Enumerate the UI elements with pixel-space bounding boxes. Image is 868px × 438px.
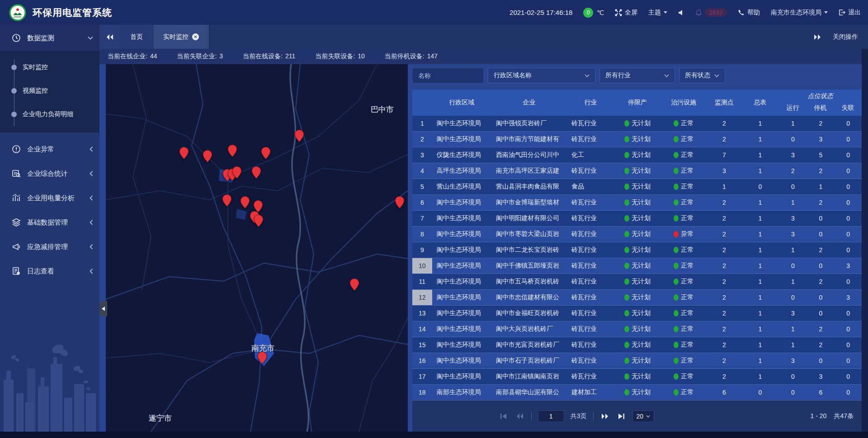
table-row[interactable]: 14 阆中生态环境局 阆中大兴页岩机砖厂 砖瓦行业 无计划 正常 2 1 1 2… [412, 321, 862, 337]
limit-dot [624, 231, 629, 237]
map-pin[interactable] [222, 194, 231, 207]
name-filter-input[interactable] [412, 68, 484, 83]
row-meters: 1 [741, 116, 779, 131]
table-row[interactable]: 10 阆中生态环境局 阆中千佛镇五郎垭页岩 砖瓦行业 无计划 正常 2 1 0 … [412, 258, 862, 274]
sidebar-subitem[interactable]: 实时监控 [0, 56, 99, 79]
facility-dot [674, 120, 679, 127]
table-row[interactable]: 18 南部生态环境局 南部县砌华山泥有限公 建材加工 无计划 正常 6 0 0 … [412, 385, 862, 400]
row-lost: 0 [835, 321, 862, 337]
table-row[interactable]: 1 阆中生态环境局 阆中强锐页岩砖厂 砖瓦行业 无计划 正常 2 1 1 2 0 [412, 116, 862, 132]
map-pin-icon [261, 146, 271, 160]
table-row[interactable]: 15 阆中生态环境局 阆中市光富页岩机砖厂 砖瓦行业 无计划 正常 2 1 1 … [412, 337, 862, 353]
page-number-input[interactable] [538, 410, 564, 422]
right-edge-strip [862, 49, 868, 432]
fullscreen-button[interactable]: 全屏 [615, 9, 637, 17]
row-points: 2 [707, 306, 741, 321]
table-row[interactable]: 11 阆中生态环境局 阆中市五马桥页岩机砖 砖瓦行业 无计划 正常 2 1 1 … [412, 274, 862, 290]
map-pin[interactable] [261, 146, 271, 160]
table-row[interactable]: 12 阆中生态环境局 阆中市忠信建材有限公 砖瓦行业 无计划 正常 2 1 0 … [412, 290, 862, 306]
row-industry: 砖瓦行业 [567, 290, 614, 305]
stat-item: 当前失联设备: 10 [315, 52, 364, 61]
map-pin[interactable] [240, 196, 250, 209]
row-index: 10 [412, 258, 432, 273]
map-pin[interactable] [232, 166, 241, 179]
row-points: 2 [707, 290, 741, 305]
tab-home[interactable]: 首页 [120, 25, 153, 49]
prev-page-button[interactable] [515, 411, 525, 421]
row-meters: 1 [741, 163, 779, 179]
row-meters: 1 [741, 369, 779, 384]
table-row[interactable]: 17 阆中生态环境局 阆中市江南镇阆南页岩 砖瓦行业 无计划 正常 2 1 0 … [412, 369, 862, 385]
close-icon[interactable]: ✕ [192, 33, 199, 40]
main-content: 巴中市 南充市 遂宁市 [99, 64, 868, 432]
sidebar-item-log-view[interactable]: 日志查看 [0, 259, 99, 283]
map-pin[interactable] [295, 129, 304, 142]
stat-value: 3 [219, 52, 223, 61]
row-region: 阆中生态环境局 [432, 337, 491, 353]
row-index: 4 [412, 163, 432, 179]
row-stop: 5 [807, 147, 835, 163]
col-header-limit: 停限产 [614, 89, 660, 116]
col-header-index [412, 89, 432, 116]
sidebar-subitem[interactable]: 视频监控 [0, 79, 99, 103]
region-filter-select[interactable]: 行政区域名称 [488, 68, 595, 83]
map-pin[interactable] [254, 214, 264, 227]
chevron-left-icon [90, 171, 93, 176]
row-industry: 砖瓦行业 [567, 353, 614, 368]
map-pin[interactable] [203, 150, 212, 163]
sidebar-item-data-monitoring[interactable]: 数据监测 [0, 25, 99, 51]
table-row[interactable]: 13 阆中生态环境局 阆中市金福旺页岩机砖 砖瓦行业 无计划 正常 2 1 3 … [412, 306, 862, 321]
row-stop: 0 [807, 226, 835, 242]
table-row[interactable]: 5 营山生态环境局 营山县润丰肉食品有限 食品 无计划 正常 1 0 0 1 0 [412, 179, 862, 195]
notifications-button[interactable]: 2632 [695, 8, 727, 17]
table-row[interactable]: 2 阆中生态环境局 阆中市南方节能建材有 砖瓦行业 无计划 正常 2 1 0 3… [412, 132, 862, 147]
map-pin-icon [395, 196, 404, 209]
first-page-button[interactable] [499, 411, 509, 421]
sidebar-submenu: 实时监控 视频监控 企业电力负荷明细 [0, 51, 99, 132]
table-row[interactable]: 3 仪陇生态环境局 西南油气田分公司川中 化工 无计划 正常 7 1 3 5 0 [412, 147, 862, 163]
row-lost: 0 [835, 306, 862, 321]
industry-filter-select[interactable]: 所有行业 [599, 68, 675, 83]
next-page-button[interactable] [600, 411, 610, 421]
row-meters: 1 [741, 132, 779, 147]
table-row[interactable]: 9 阆中生态环境局 阆中市二龙长宝页岩砖 砖瓦行业 无计划 正常 2 1 1 2… [412, 242, 862, 258]
theme-dropdown[interactable]: 主题 [648, 9, 667, 17]
double-chevron-right-icon[interactable] [814, 34, 821, 40]
map-panel[interactable]: 巴中市 南充市 遂宁市 [106, 64, 408, 432]
map-pin[interactable] [252, 166, 261, 179]
table-row[interactable]: 16 阆中生态环境局 阆中市石子页岩机砖厂 砖瓦行业 无计划 正常 2 1 3 … [412, 353, 862, 369]
sidebar-item-base-data[interactable]: 基础数据管理 [0, 210, 99, 235]
sidebar-subitem[interactable]: 企业电力负荷明细 [0, 103, 99, 126]
row-stop: 6 [807, 385, 835, 400]
map-pin[interactable] [179, 146, 189, 160]
megaphone-icon [12, 242, 21, 251]
tab-realtime-monitoring[interactable]: 实时监控 ✕ [153, 25, 209, 49]
sidebar-item-emergency-reduction[interactable]: 应急减排管理 [0, 235, 99, 259]
table-row[interactable]: 7 阆中生态环境局 阆中明阳建材有限公司 砖瓦行业 无计划 正常 2 1 3 0… [412, 211, 862, 226]
sidebar-collapse-handle[interactable] [99, 301, 107, 316]
sidebar-item-company-statistics[interactable]: 企业综合统计 [0, 161, 99, 186]
table-row[interactable]: 4 高坪生态环境局 南充市高坪区王家店建 砖瓦行业 无计划 正常 3 1 2 2… [412, 163, 862, 179]
sidebar-item-company-abnormal[interactable]: 企业异常 [0, 137, 99, 161]
mute-button[interactable] [678, 9, 684, 16]
last-page-button[interactable] [616, 411, 626, 421]
col-header-point-status-group: 点位状态 运行 停机 失联 [779, 89, 862, 116]
table-row[interactable]: 6 阆中生态环境局 阆中市金博瑞新型墙材 砖瓦行业 无计划 正常 2 1 1 2… [412, 195, 862, 211]
tabs-scroll-left-button[interactable] [99, 25, 120, 49]
page-size-select[interactable]: 20 [632, 410, 655, 422]
map-pin[interactable] [227, 144, 237, 157]
close-operations-button[interactable]: 关闭操作 [833, 33, 858, 41]
logout-button[interactable]: 退出 [839, 9, 861, 17]
row-limit-status: 无计划 [614, 258, 660, 273]
map-pin[interactable] [258, 351, 267, 364]
status-filter-select[interactable]: 所有状态 [679, 68, 725, 83]
map-pin[interactable] [395, 196, 404, 209]
org-dropdown[interactable]: 南充市生态环境局 [771, 9, 828, 17]
help-button[interactable]: 帮助 [738, 9, 760, 17]
row-stop: 0 [807, 306, 835, 321]
row-facility-status: 正常 [660, 369, 707, 384]
table-row[interactable]: 8 阆中生态环境局 阆中市枣碧大梁山页岩 砖瓦行业 无计划 异常 2 1 3 0… [412, 226, 862, 242]
map-pin[interactable] [349, 278, 359, 291]
sidebar-item-power-analysis[interactable]: 企业用电量分析 [0, 186, 99, 210]
layers-icon [12, 218, 21, 227]
